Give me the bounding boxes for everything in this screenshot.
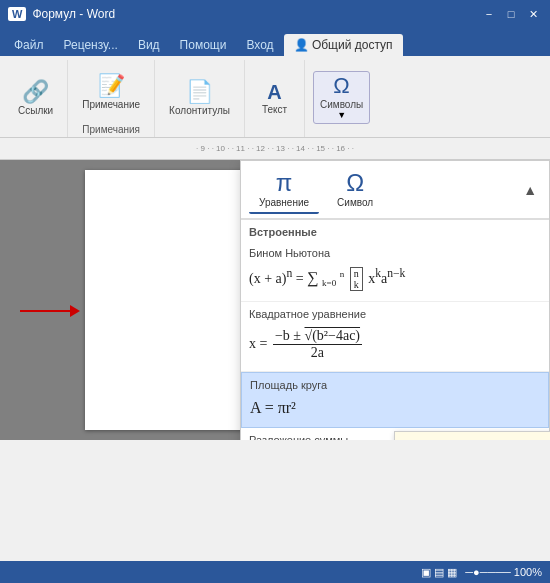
app-logo: W bbox=[8, 7, 26, 21]
scroll-up-btn[interactable]: ▲ bbox=[519, 180, 541, 200]
note-icon: 📝 bbox=[98, 75, 125, 97]
link-icon: 🔗 bbox=[22, 81, 49, 103]
equation-label: Уравнение bbox=[259, 197, 309, 208]
formula-binomial-display: (x + a)n = ∑ k=0 n nk xkan−k bbox=[249, 263, 541, 295]
window-controls: − □ ✕ bbox=[480, 6, 542, 22]
ruler: · 9 · · 10 · · 11 · · 12 · · 13 · · 14 ·… bbox=[0, 138, 550, 160]
ribbon: 🔗 Ссылки 📝 Примечание Примечания 📄 Колон… bbox=[0, 56, 550, 138]
note-label: Примечание bbox=[82, 99, 140, 110]
pi-icon: π bbox=[276, 169, 293, 197]
ribbon-group-header: 📄 Колонтитулы bbox=[155, 60, 245, 137]
tab-review[interactable]: Рецензу... bbox=[54, 34, 128, 56]
ribbon-group-text: A Текст bbox=[245, 60, 305, 137]
ribbon-items-header: 📄 Колонтитулы bbox=[163, 62, 236, 135]
minimize-button[interactable]: − bbox=[480, 6, 498, 22]
tab-insert[interactable]: Вход bbox=[236, 34, 283, 56]
text-label: Текст bbox=[262, 104, 287, 115]
formula-circle-area-name: Площадь круга bbox=[250, 379, 540, 391]
maximize-button[interactable]: □ bbox=[502, 6, 520, 22]
formula-binomial-name: Бином Ньютона bbox=[249, 247, 541, 259]
arrow-head bbox=[70, 305, 80, 317]
symbols-label: Символы bbox=[320, 99, 363, 110]
symbols-button[interactable]: Ω Символы ▼ bbox=[313, 71, 370, 124]
ribbon-tabs: Файл Рецензу... Вид Помощи Вход 👤 Общий … bbox=[0, 28, 550, 56]
close-button[interactable]: ✕ bbox=[524, 6, 542, 22]
arrow-line bbox=[20, 310, 70, 312]
formula-quadratic-name: Квадратное уравнение bbox=[249, 308, 541, 320]
links-label: Ссылки bbox=[18, 105, 53, 116]
tab-share[interactable]: 👤 Общий доступ bbox=[284, 34, 403, 56]
links-button[interactable]: 🔗 Ссылки bbox=[12, 78, 59, 119]
title-bar-left: W Формул - Word bbox=[8, 7, 115, 21]
omega-icon: Ω bbox=[333, 75, 349, 97]
dropdown-header: π Уравнение Ω Символ ▲ bbox=[241, 161, 549, 219]
ribbon-group-links: 🔗 Ссылки bbox=[4, 60, 68, 137]
window-title: Формул - Word bbox=[32, 7, 115, 21]
ribbon-items-text: A Текст bbox=[253, 62, 295, 135]
formula-binomial[interactable]: Бином Ньютона (x + a)n = ∑ k=0 n nk xkan… bbox=[241, 241, 549, 302]
header-label: Колонтитулы bbox=[169, 105, 230, 116]
omega-dropdown-icon: Ω bbox=[346, 169, 364, 197]
notes-group-label: Примечания bbox=[82, 124, 140, 135]
equation-icon-btn[interactable]: π Уравнение bbox=[249, 165, 319, 214]
dropdown-header-icons: π Уравнение Ω Символ bbox=[249, 165, 383, 214]
header-button[interactable]: 📄 Колонтитулы bbox=[163, 78, 236, 119]
tab-file[interactable]: Файл bbox=[4, 34, 54, 56]
note-button[interactable]: 📝 Примечание bbox=[76, 72, 146, 113]
text-icon: A bbox=[267, 82, 281, 102]
status-bar: ▣ ▤ ▦ ─●──── 100% bbox=[0, 561, 550, 583]
formula-circle-area-display: A = πr² bbox=[250, 395, 540, 421]
formula-circle-area[interactable]: Площадь круга A = πr² bbox=[241, 372, 549, 428]
formula-quadratic-display: x = −b ± √(b²−4ac) 2a bbox=[249, 324, 541, 365]
tab-view[interactable]: Вид bbox=[128, 34, 170, 56]
symbol-label: Символ bbox=[337, 197, 373, 208]
ribbon-group-symbols: Ω Символы ▼ bbox=[305, 60, 378, 137]
title-bar: W Формул - Word − □ ✕ bbox=[0, 0, 550, 28]
ribbon-group-notes: 📝 Примечание Примечания bbox=[68, 60, 155, 137]
ribbon-items-notes: 📝 Примечание bbox=[76, 62, 146, 122]
ruler-content: · 9 · · 10 · · 11 · · 12 · · 13 · · 14 ·… bbox=[8, 144, 542, 153]
person-icon: 👤 bbox=[294, 38, 309, 52]
status-right: ▣ ▤ ▦ ─●──── 100% bbox=[421, 566, 542, 579]
dropdown-panel: π Уравнение Ω Символ ▲ Встроенные Бином … bbox=[240, 160, 550, 440]
ribbon-items-links: 🔗 Ссылки bbox=[12, 62, 59, 135]
main-area: π Уравнение Ω Символ ▲ Встроенные Бином … bbox=[0, 160, 550, 440]
header-icon: 📄 bbox=[186, 81, 213, 103]
arrow-pointer bbox=[20, 305, 80, 317]
section-label-builtin: Встроенные bbox=[241, 220, 549, 241]
tooltip-title: Площадь круга bbox=[405, 438, 543, 440]
view-controls: ▣ ▤ ▦ bbox=[421, 566, 457, 579]
text-button[interactable]: A Текст bbox=[253, 79, 295, 118]
formula-quadratic[interactable]: Квадратное уравнение x = −b ± √(b²−4ac) … bbox=[241, 302, 549, 372]
tooltip-box: Площадь круга Площадь круга с радиусом r bbox=[394, 431, 550, 440]
symbol-icon-btn[interactable]: Ω Символ bbox=[327, 165, 383, 214]
tab-help[interactable]: Помощи bbox=[170, 34, 237, 56]
ribbon-items-symbols: Ω Символы ▼ bbox=[313, 62, 370, 133]
zoom-slider[interactable]: ─●──── 100% bbox=[465, 566, 542, 578]
dropdown-arrow: ▼ bbox=[337, 110, 346, 120]
